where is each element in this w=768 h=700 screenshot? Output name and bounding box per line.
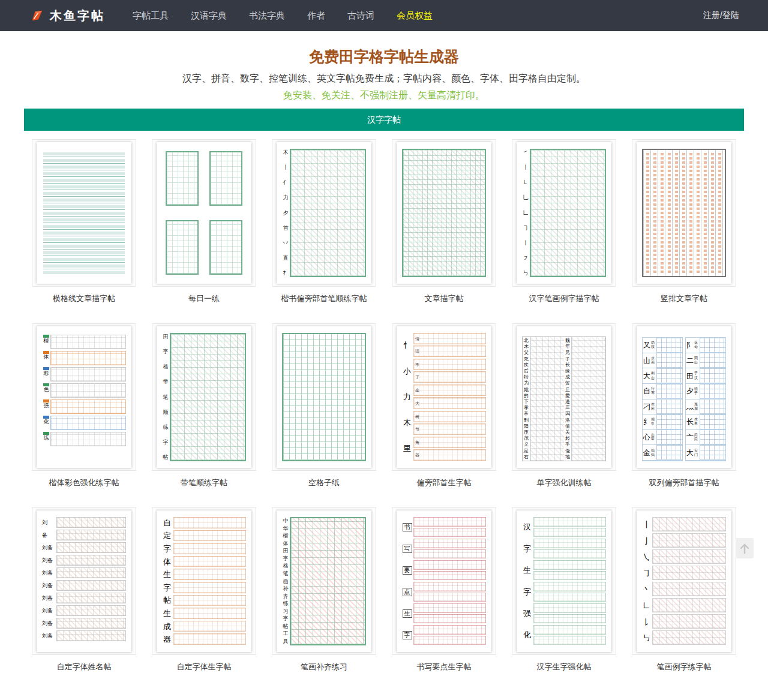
- gallery-card[interactable]: 忄情话小不了力伞大木树节里角器偏旁部首生字帖: [392, 323, 496, 488]
- card-thumbnail: [32, 139, 136, 287]
- card-caption: 带笔顺练字帖: [152, 477, 256, 488]
- gallery-card[interactable]: 书写要点生字书写要点生字帖: [392, 507, 496, 672]
- gallery-card[interactable]: ㇀丨㇄乚𠃊㇆丨㇇㇉汉字笔画例字描字帖: [512, 139, 616, 304]
- copybook-page: 木丨亻力夕首丷直扌: [277, 142, 371, 284]
- card-thumbnail: 丨亅㇂㇆丶㇗㇙㇉: [632, 507, 736, 655]
- copybook-page: [37, 142, 131, 284]
- card-thumbnail: [272, 323, 376, 471]
- gallery: 横格线文章描字帖每日一练木丨亻力夕首丷直扌楷书偏旁部首笔顺练字帖文章描字帖㇀丨㇄…: [0, 139, 768, 692]
- gallery-card[interactable]: 又劝杈山水画大剩山自行车刁生闲纟领巾心山甲金灿灿阝落命二冈山田子汉夕猫子灬尾服长…: [632, 323, 736, 488]
- gallery-card[interactable]: 丨亅㇂㇆丶㇗㇙㇉笔画例字练字帖: [632, 507, 736, 672]
- gallery-card[interactable]: 楷体彩色强化练楷体彩色强化练字帖: [32, 323, 136, 488]
- card-thumbnail: 又劝杈山水画大剩山自行车刁生闲纟领巾心山甲金灿灿阝落命二冈山田子汉夕猫子灬尾服长…: [632, 323, 736, 471]
- card-thumbnail: 田字格带笔顺练字帖: [152, 323, 256, 471]
- gallery-card[interactable]: 北末父死疾后特为妣的下孝帝到阳压茂义定右魏年兄子长缘成贺丘爱送庄因洛值关起乎侥地…: [512, 323, 616, 488]
- gallery-card[interactable]: 文章描字帖: [392, 139, 496, 304]
- card-thumbnail: 北末父死疾后特为妣的下孝帝到阳压茂义定右魏年兄子长缘成贺丘爱送庄因洛值关起乎侥地: [512, 323, 616, 471]
- copybook-page: ㇀丨㇄乚𠃊㇆丨㇇㇉: [517, 142, 611, 284]
- card-caption: 空格子纸: [272, 477, 376, 488]
- section-header: 汉字字帖: [24, 109, 744, 131]
- card-caption: 每日一练: [152, 293, 256, 304]
- card-thumbnail: [632, 139, 736, 287]
- card-caption: 自定字体生字帖: [152, 662, 256, 672]
- copybook-page: 自定字体生字帖生成器: [157, 510, 251, 652]
- brand-logo-icon: [30, 8, 44, 23]
- page-note: 免安装、免关注、不强制注册、矢量高清打印。: [0, 89, 768, 102]
- card-thumbnail: 中华楷体田字格笔画补齐练习字帖工具: [272, 507, 376, 655]
- card-caption: 偏旁部首生字帖: [392, 477, 496, 488]
- copybook-page: 忄情话小不了力伞大木树节里角器: [397, 326, 491, 468]
- nav-item[interactable]: 书法字典: [249, 10, 285, 22]
- card-caption: 汉字生字强化帖: [512, 662, 616, 672]
- page-title: 免费田字格字帖生成器: [0, 47, 768, 67]
- copybook-page: 丨亅㇂㇆丶㇗㇙㇉: [637, 510, 731, 652]
- copybook-page: 刘备刘备刘备刘备刘备刘备刘备刘备刘备: [37, 510, 131, 652]
- card-thumbnail: 书写要点生字: [392, 507, 496, 655]
- copybook-page: 书写要点生字: [397, 510, 491, 652]
- gallery-card[interactable]: 空格子纸: [272, 323, 376, 488]
- copybook-page: [277, 326, 371, 468]
- card-caption: 双列偏旁部首描字帖: [632, 477, 736, 488]
- card-thumbnail: [392, 139, 496, 287]
- section-title: 汉字字帖: [367, 115, 401, 124]
- card-caption: 单字强化训练帖: [512, 477, 616, 488]
- card-caption: 自定字体姓名帖: [32, 662, 136, 672]
- gallery-card[interactable]: 刘备刘备刘备刘备刘备刘备刘备刘备刘备自定字体姓名帖: [32, 507, 136, 672]
- card-caption: 笔画例字练字帖: [632, 662, 736, 672]
- card-thumbnail: [152, 139, 256, 287]
- copybook-page: 汉字生字强化: [517, 510, 611, 652]
- nav-menu: 字帖工具汉语字典书法字典作者古诗词会员权益: [133, 10, 433, 22]
- copybook-page: 田字格带笔顺练字帖: [157, 326, 251, 468]
- gallery-card[interactable]: 每日一练: [152, 139, 256, 304]
- copybook-page: 又劝杈山水画大剩山自行车刁生闲纟领巾心山甲金灿灿阝落命二冈山田子汉夕猫子灬尾服长…: [637, 326, 731, 468]
- page-subtitle: 汉字、拼音、数字、控笔训练、英文字帖免费生成；字帖内容、颜色、字体、田字格自由定…: [0, 73, 768, 85]
- card-caption: 汉字笔画例字描字帖: [512, 293, 616, 304]
- hero: 免费田字格字帖生成器 汉字、拼音、数字、控笔训练、英文字帖免费生成；字帖内容、颜…: [0, 47, 768, 102]
- card-caption: 竖排文章字帖: [632, 293, 736, 304]
- brand[interactable]: 木鱼字帖: [30, 8, 105, 24]
- card-thumbnail: 汉字生字强化: [512, 507, 616, 655]
- card-thumbnail: 木丨亻力夕首丷直扌: [272, 139, 376, 287]
- card-thumbnail: 刘备刘备刘备刘备刘备刘备刘备刘备刘备: [32, 507, 136, 655]
- gallery-card[interactable]: 横格线文章描字帖: [32, 139, 136, 304]
- gallery-card[interactable]: 汉字生字强化汉字生字强化帖: [512, 507, 616, 672]
- nav-item[interactable]: 作者: [307, 10, 325, 22]
- card-caption: 楷体彩色强化练字帖: [32, 477, 136, 488]
- nav-item[interactable]: 古诗词: [347, 10, 374, 22]
- card-caption: 笔画补齐练习: [272, 662, 376, 672]
- gallery-card[interactable]: 中华楷体田字格笔画补齐练习字帖工具笔画补齐练习: [272, 507, 376, 672]
- copybook-page: 楷体彩色强化练: [37, 326, 131, 468]
- copybook-page: 北末父死疾后特为妣的下孝帝到阳压茂义定右魏年兄子长缘成贺丘爱送庄因洛值关起乎侥地: [517, 326, 611, 468]
- main-content: 免费田字格字帖生成器 汉字、拼音、数字、控笔训练、英文字帖免费生成；字帖内容、颜…: [0, 47, 768, 700]
- card-thumbnail: 自定字体生字帖生成器: [152, 507, 256, 655]
- copybook-page: [637, 142, 731, 284]
- arrow-up-icon: [739, 542, 751, 555]
- card-thumbnail: 楷体彩色强化练: [32, 323, 136, 471]
- nav-item[interactable]: 会员权益: [397, 10, 433, 22]
- brand-title: 木鱼字帖: [50, 8, 105, 24]
- nav-item[interactable]: 汉语字典: [191, 10, 227, 22]
- gallery-card[interactable]: 竖排文章字帖: [632, 139, 736, 304]
- scroll-top-button[interactable]: [736, 538, 754, 558]
- card-caption: 横格线文章描字帖: [32, 293, 136, 304]
- copybook-page: [157, 142, 251, 284]
- card-thumbnail: 忄情话小不了力伞大木树节里角器: [392, 323, 496, 471]
- card-caption: 文章描字帖: [392, 293, 496, 304]
- card-thumbnail: ㇀丨㇄乚𠃊㇆丨㇇㇉: [512, 139, 616, 287]
- card-caption: 书写要点生字帖: [392, 662, 496, 672]
- gallery-card[interactable]: 田字格带笔顺练字帖带笔顺练字帖: [152, 323, 256, 488]
- nav-item[interactable]: 字帖工具: [133, 10, 169, 22]
- copybook-page: [397, 142, 491, 284]
- gallery-card[interactable]: 木丨亻力夕首丷直扌楷书偏旁部首笔顺练字帖: [272, 139, 376, 304]
- gallery-card[interactable]: 自定字体生字帖生成器自定字体生字帖: [152, 507, 256, 672]
- card-caption: 楷书偏旁部首笔顺练字帖: [272, 293, 376, 304]
- copybook-page: 中华楷体田字格笔画补齐练习字帖工具: [277, 510, 371, 652]
- login-link[interactable]: 注册/登陆: [703, 10, 739, 21]
- navbar: 木鱼字帖 字帖工具汉语字典书法字典作者古诗词会员权益 注册/登陆: [0, 0, 768, 31]
